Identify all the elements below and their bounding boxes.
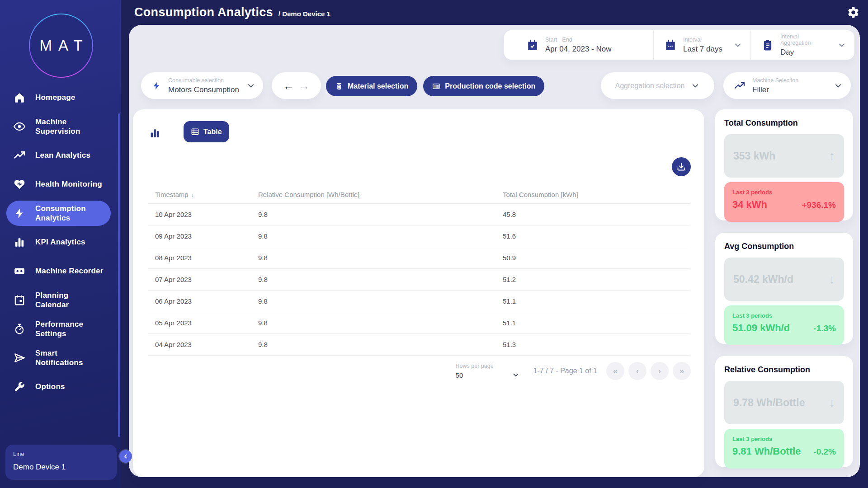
back-arrow-button[interactable]: ← xyxy=(283,80,294,92)
timestamp-cell: 06 Apr 2023 xyxy=(148,297,258,305)
sidebar-collapse-button[interactable] xyxy=(119,450,132,463)
total-consumption-cell: 51.1 xyxy=(503,297,690,305)
table-row: 06 Apr 2023 9.8 51.1 xyxy=(148,291,690,312)
trend-arrow-icon: ↓ xyxy=(829,272,835,286)
relative-consumption-cell: 9.8 xyxy=(258,319,503,327)
material-selection-button[interactable]: Material selection xyxy=(326,76,417,96)
bolt-icon xyxy=(14,207,25,219)
sidebar-item-machine-recorder[interactable]: Machine Recorder xyxy=(6,258,111,284)
timestamp-cell: 04 Apr 2023 xyxy=(148,341,258,348)
total-consumption-cell: 50.9 xyxy=(503,254,690,262)
interval-value: Last 7 days xyxy=(683,45,722,54)
production-code-selection-button[interactable]: Production code selection xyxy=(423,76,544,96)
interval-label: Interval xyxy=(683,37,722,43)
sidebar-item-options[interactable]: Options xyxy=(6,374,111,399)
bars-icon xyxy=(14,236,25,248)
table-view-button[interactable]: Table xyxy=(184,121,229,142)
machine-selection-dropdown[interactable]: Machine Selection Filler xyxy=(723,72,851,99)
sidebar-item-performance-settings[interactable]: Performance Settings xyxy=(6,316,111,342)
stat-period-label: Last 3 periods xyxy=(732,189,836,196)
table-icon xyxy=(191,127,199,136)
table-row: 07 Apr 2023 9.8 51.2 xyxy=(148,269,690,291)
calendar-icon xyxy=(665,39,676,51)
calendar-check-icon xyxy=(527,39,538,51)
column-header-relative-consumption[interactable]: Relative Consumption [Wh/Bottle] xyxy=(258,191,503,198)
first-page-button[interactable]: « xyxy=(606,362,624,380)
logo-text: MAT xyxy=(33,37,89,54)
consumable-selection-dropdown[interactable]: Consumable selection Motors Consumption xyxy=(141,72,263,99)
device-selector-card[interactable]: Line Demo Device 1 xyxy=(5,445,117,480)
stat-current-box: 9.78 Wh/Bottle ↓ xyxy=(724,381,844,424)
date-range-label: Start - End xyxy=(545,37,611,43)
sidebar-item-homepage[interactable]: Homepage xyxy=(6,85,111,110)
chevron-down-icon xyxy=(837,41,846,50)
bolt-icon xyxy=(152,81,161,90)
stat-card-avg-consumption: Avg Consumption 50.42 kWh/d ↓ Last 3 per… xyxy=(715,233,853,344)
stat-title: Avg Consumption xyxy=(724,242,844,251)
relative-consumption-cell: 9.8 xyxy=(258,254,503,262)
stat-title: Total Consumption xyxy=(724,118,844,128)
sidebar-item-smart-notifications[interactable]: Smart Notifications xyxy=(6,345,111,371)
stat-period-value: 9.81 Wh/Bottle xyxy=(732,446,801,457)
column-header-timestamp[interactable]: Timestamp↓ xyxy=(148,191,258,198)
sidebar-item-machine-supervision[interactable]: Machine Supervision xyxy=(6,114,111,139)
download-button[interactable] xyxy=(672,157,691,176)
date-range-value: Apr 04, 2023 - Now xyxy=(545,45,611,54)
settings-gear-icon[interactable] xyxy=(847,6,860,19)
total-consumption-cell: 51.6 xyxy=(503,232,690,240)
interval-aggregation-filter[interactable]: Interval Aggregation Day xyxy=(750,30,854,60)
calendar-icon xyxy=(14,294,25,306)
chart-view-button[interactable] xyxy=(149,127,160,139)
timestamp-cell: 09 Apr 2023 xyxy=(148,232,258,240)
selection-buttons: Material selection Production code selec… xyxy=(326,76,544,96)
sidebar-item-kpi-analytics[interactable]: KPI Analytics xyxy=(6,230,111,255)
consumable-selection-label: Consumable selection xyxy=(168,77,239,84)
sidebar-item-planning-calendar[interactable]: Planning Calendar xyxy=(6,287,111,313)
next-page-button[interactable]: › xyxy=(651,362,669,380)
production-code-selection-label: Production code selection xyxy=(445,82,535,90)
last-page-button[interactable]: » xyxy=(673,362,691,380)
rows-per-page-select[interactable]: Rows per page 50 xyxy=(456,363,520,379)
sidebar-item-lean-analytics[interactable]: Lean Analytics xyxy=(6,143,111,168)
sidebar-item-consumption-analytics[interactable]: Consumption Analytics xyxy=(6,201,111,226)
total-consumption-cell: 51.3 xyxy=(503,341,690,348)
column-header-total-consumption[interactable]: Total Consumption [kWh] xyxy=(503,191,690,198)
machine-selection-label: Machine Selection xyxy=(752,77,798,84)
stat-period-box: Last 3 periods 51.09 kWh/d -1.3% xyxy=(724,305,844,345)
stat-current-box: 50.42 kWh/d ↓ xyxy=(724,258,844,301)
sidebar-item-health-monitoring[interactable]: Health Monitoring xyxy=(6,172,111,197)
relative-consumption-cell: 9.8 xyxy=(258,232,503,240)
aggregation-selection-dropdown[interactable]: Aggregation selection xyxy=(601,72,714,99)
device-card-label: Line xyxy=(13,450,109,457)
sidebar-item-label: Planning Calendar xyxy=(35,291,69,310)
stat-card-relative-consumption: Relative Consumption 9.78 Wh/Bottle ↓ La… xyxy=(715,356,853,467)
table-header-row: Timestamp↓ Relative Consumption [Wh/Bott… xyxy=(148,185,690,204)
sidebar: MAT Homepage Machine Supervision Lean An… xyxy=(0,0,121,488)
aggregation-selection-placeholder: Aggregation selection xyxy=(615,82,685,90)
stat-value: 353 kWh xyxy=(733,150,775,162)
date-range-filter[interactable]: Start - End Apr 04, 2023 - Now xyxy=(504,30,653,60)
stat-value: 50.42 kWh/d xyxy=(733,273,793,286)
breadcrumb: / Demo Device 1 xyxy=(278,10,330,18)
sidebar-item-label: Machine Recorder xyxy=(35,266,104,276)
interval-aggregation-label: Interval Aggregation xyxy=(780,33,830,46)
table-button-label: Table xyxy=(203,128,222,136)
sidebar-item-label: Health Monitoring xyxy=(35,179,102,189)
relative-consumption-cell: 9.8 xyxy=(258,297,503,305)
sidebar-item-label: Consumption Analytics xyxy=(35,204,86,223)
relative-consumption-cell: 9.8 xyxy=(258,276,503,283)
sidebar-scrollbar[interactable] xyxy=(118,113,120,437)
trend-arrow-icon: ↑ xyxy=(829,149,835,163)
forward-arrow-button[interactable]: → xyxy=(299,80,310,92)
sidebar-item-label: KPI Analytics xyxy=(35,237,85,247)
chevron-down-icon xyxy=(246,81,255,90)
interval-filter[interactable]: Interval Last 7 days xyxy=(653,30,750,60)
prev-page-button[interactable]: ‹ xyxy=(628,362,646,380)
recorder-icon xyxy=(14,265,25,277)
main-panel: Start - End Apr 04, 2023 - Now Interval … xyxy=(129,25,860,477)
page-range-text: 1-7 / 7 - Page 1 of 1 xyxy=(533,367,597,375)
date-filter-card: Start - End Apr 04, 2023 - Now Interval … xyxy=(504,30,854,60)
stat-period-change: -1.3% xyxy=(813,324,836,333)
table-row: 08 Apr 2023 9.8 50.9 xyxy=(148,247,690,269)
barcode-icon xyxy=(432,82,440,90)
